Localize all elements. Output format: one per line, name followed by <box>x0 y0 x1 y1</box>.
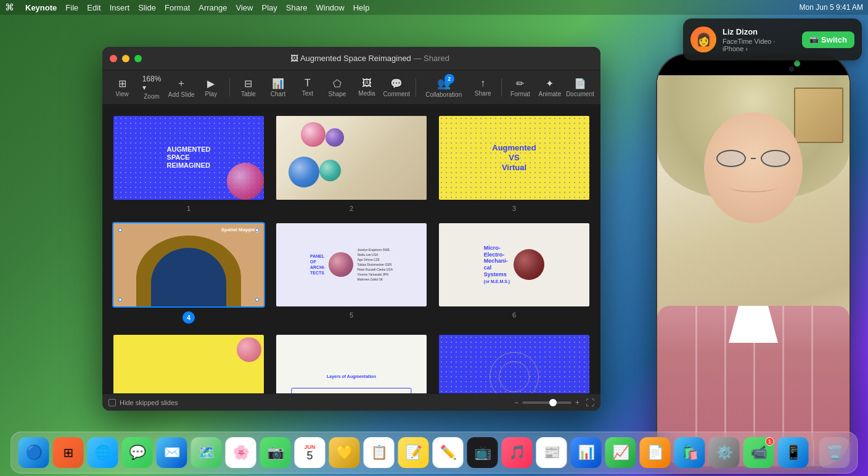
music-dock-icon[interactable]: 🎵 <box>502 437 533 468</box>
slide-thumb-2[interactable] <box>275 115 428 201</box>
photos-dock-icon[interactable]: 🌸 <box>226 437 256 468</box>
shape-toolbar-item[interactable]: ⬠ Shape <box>324 75 351 100</box>
slide-item-4[interactable]: Spatial Mapping 4 <box>112 222 265 324</box>
messages-dock-icon[interactable]: 💬 <box>122 437 153 468</box>
zoom-thumb[interactable] <box>549 399 557 406</box>
zoom-label: Zoom <box>144 93 160 100</box>
slide-thumb-4[interactable]: Spatial Mapping <box>112 222 265 308</box>
finder-dock-icon[interactable]: 🔵 <box>18 437 49 468</box>
slide-thumb-8[interactable]: Layers of Augmentation PHYSICAL VIRTUAL <box>275 334 428 393</box>
add-slide-icon: ＋ <box>176 77 186 90</box>
insert-menu[interactable]: Insert <box>110 3 130 12</box>
view-toolbar-item[interactable]: ⊞ View <box>108 75 136 100</box>
arrange-menu[interactable]: Arrange <box>199 3 227 12</box>
zoom-toolbar-item[interactable]: 168% ▾ Zoom <box>138 72 165 102</box>
news-dock-icon[interactable]: 📰 <box>536 437 567 468</box>
media-toolbar-item[interactable]: 🖼 Media <box>353 75 380 99</box>
zoom-plus-icon[interactable]: + <box>575 398 579 407</box>
slide-thumb-1[interactable]: AUGMENTEDSPACEREIMAGINED <box>112 115 265 201</box>
maps-dock-icon[interactable]: 🗺️ <box>191 437 222 468</box>
share-toolbar-item[interactable]: ↑ Share <box>469 75 496 99</box>
format-toolbar-item[interactable]: ✏ Format <box>507 75 534 100</box>
zoom-minus-icon[interactable]: − <box>514 398 518 407</box>
freeform-dock-icon[interactable]: ✏️ <box>433 437 464 468</box>
calendar-dock-icon[interactable]: JUN 5 <box>295 437 326 468</box>
reminders-dock-icon[interactable]: 📋 <box>364 437 395 468</box>
appstore-dock-icon[interactable]: 🛍️ <box>674 437 705 468</box>
jacket-shirt <box>729 306 778 343</box>
slide-number-5: 5 <box>350 311 353 319</box>
fullscreen-icon[interactable]: ⛶ <box>586 398 594 408</box>
slide-item-9[interactable]: PHYSICAL AUGMENTED VIRTUAL 9 <box>438 334 591 393</box>
add-slide-toolbar-item[interactable]: ＋ Add Slide <box>168 75 195 101</box>
slide-grid: AUGMENTEDSPACEREIMAGINED 1 2 <box>102 105 600 393</box>
iphone-camera-active-indicator <box>794 60 800 67</box>
table-toolbar-item[interactable]: ⊟ Table <box>235 75 262 100</box>
facetime-switch-button[interactable]: 📷 Switch <box>802 31 854 48</box>
slide-item-3[interactable]: AugmentedVSVirtual 3 <box>438 115 591 212</box>
play-toolbar-item[interactable]: ▶ Play <box>197 75 224 100</box>
facetime-badge: 1 <box>766 437 774 446</box>
window-maximize-button[interactable] <box>134 55 142 62</box>
trash-dock-icon[interactable]: 🗑️ <box>819 437 850 468</box>
chart-icon: 📊 <box>272 78 284 89</box>
slide-thumb-3[interactable]: AugmentedVSVirtual <box>438 115 591 201</box>
slide-item-5[interactable]: PANELOFARCHI-TECTS Jocelyn Engstrom SWE … <box>275 222 428 324</box>
view-menu[interactable]: View <box>236 3 253 12</box>
slide5-left-text: PANELOFARCHI-TECTS <box>310 253 326 276</box>
facetime-video-area: 👤 <box>657 75 850 466</box>
slide-thumb-9[interactable]: PHYSICAL AUGMENTED VIRTUAL <box>438 334 591 393</box>
slide1-sphere <box>227 163 264 200</box>
keynote-dock-icon-dock[interactable]: 📊 <box>571 437 602 468</box>
window-minimize-button[interactable] <box>122 55 129 62</box>
launchpad-dock-icon[interactable]: ⊞ <box>53 437 84 468</box>
numbers-dock-icon[interactable]: 📈 <box>605 437 636 468</box>
add-slide-label: Add Slide <box>168 91 195 98</box>
help-menu[interactable]: Help <box>353 3 370 12</box>
zoom-slider[interactable] <box>522 401 571 404</box>
document-toolbar-item[interactable]: 📄 Document <box>566 75 594 100</box>
slide3-dots <box>439 116 589 200</box>
hide-skipped-checkbox[interactable] <box>108 399 116 406</box>
shape-icon: ⬠ <box>333 78 342 89</box>
collaboration-toolbar-item[interactable]: 👥 2 Collaboration <box>420 74 467 101</box>
text-toolbar-item[interactable]: T Text <box>294 75 321 99</box>
window-close-button[interactable] <box>110 55 117 62</box>
slide-item-7[interactable]: AUGO 7 <box>112 334 265 393</box>
edit-menu[interactable]: Edit <box>87 3 100 12</box>
slide-thumb-7[interactable]: AUGO <box>112 334 265 393</box>
screentime-dock-icon[interactable]: 📱 <box>778 437 809 468</box>
play-icon: ▶ <box>207 78 215 89</box>
animate-toolbar-item[interactable]: ✦ Animate <box>536 75 563 100</box>
pages-dock-icon[interactable]: 📄 <box>640 437 671 468</box>
apple-menu-icon[interactable]: ⌘ <box>5 2 14 13</box>
systemprefs-dock-icon[interactable]: ⚙️ <box>709 437 740 468</box>
comment-toolbar-item[interactable]: 💬 Comment <box>383 75 411 100</box>
zoom-icon: 168% ▾ <box>142 75 162 92</box>
share-menu[interactable]: Share <box>286 3 308 12</box>
notes-dock-icon[interactable]: 📝 <box>398 437 429 468</box>
slide-thumb-6[interactable]: Micro-Electro-Mechani-calSystems(or M.E.… <box>438 222 591 308</box>
slide-item-6[interactable]: Micro-Electro-Mechani-calSystems(or M.E.… <box>438 222 591 324</box>
slide-item-1[interactable]: AUGMENTEDSPACEREIMAGINED 1 <box>112 115 265 212</box>
safari-dock-icon[interactable]: 🌐 <box>88 437 118 468</box>
slide4-handle-br <box>255 298 259 302</box>
slide-menu[interactable]: Slide <box>138 3 156 12</box>
appletv-dock-icon[interactable]: 📺 <box>467 437 498 468</box>
slide-thumb-5[interactable]: PANELOFARCHI-TECTS Jocelyn Engstrom SWE … <box>275 222 428 308</box>
app-menu[interactable]: Keynote <box>25 3 57 12</box>
facetime-dock-icon[interactable]: 📷 <box>260 437 291 468</box>
slide6-sphere <box>514 249 544 280</box>
mail-dock-icon[interactable]: ✉️ <box>157 437 187 468</box>
play-menu[interactable]: Play <box>261 3 277 12</box>
facetime2-dock-icon[interactable]: 📹 1 <box>743 437 774 468</box>
format-label: Format <box>510 91 530 97</box>
slide-item-2[interactable]: 2 <box>275 115 428 212</box>
wallet-dock-icon[interactable]: 💛 <box>329 437 360 468</box>
window-menu[interactable]: Window <box>316 3 344 12</box>
facetime-notification[interactable]: 👩 Liz Dizon FaceTime Video · iPhone › 📷 … <box>683 18 862 60</box>
file-menu[interactable]: File <box>65 3 78 12</box>
chart-toolbar-item[interactable]: 📊 Chart <box>264 75 292 100</box>
slide-item-8[interactable]: Layers of Augmentation PHYSICAL VIRTUAL … <box>275 334 428 393</box>
format-menu[interactable]: Format <box>165 3 190 12</box>
